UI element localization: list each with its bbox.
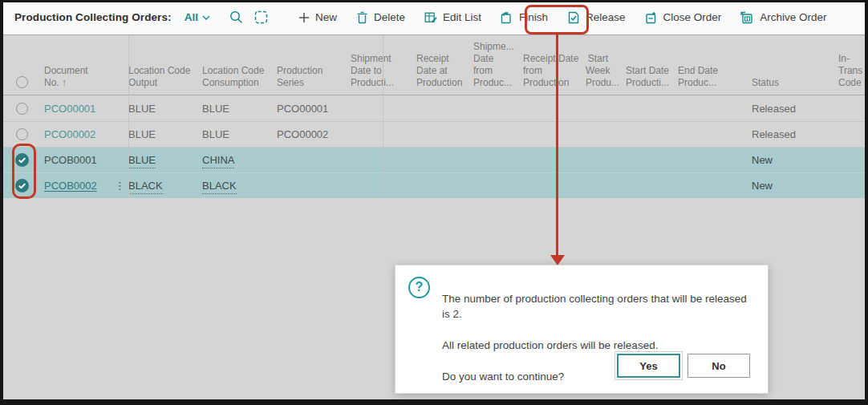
freeze-pane-divider <box>128 35 129 198</box>
column-header-status[interactable]: Status <box>738 77 830 95</box>
analysis-mode-button[interactable] <box>254 10 268 24</box>
location-code-consumption-cell[interactable]: CHINA <box>202 153 234 168</box>
view-filter-value: All <box>185 11 198 23</box>
column-header-production-series[interactable]: Production Series <box>277 65 351 95</box>
document-no-link[interactable]: PCO00002 <box>44 128 95 140</box>
production-collecting-orders-page: Production Collecting Orders: All New De… <box>0 0 868 405</box>
no-button[interactable]: No <box>688 354 750 378</box>
column-header-shipment-date-from-production[interactable]: Shipme... Date from Produc... <box>473 41 523 95</box>
production-series-cell: PCO00002 <box>277 122 351 147</box>
table-header-row: Document No. ↑ Location Code Output Loca… <box>0 35 868 95</box>
dialog-message-line-2: All related production orders will be re… <box>442 338 760 354</box>
search-button[interactable] <box>229 10 243 24</box>
finish-button[interactable]: Finish <box>501 11 548 24</box>
release-doc-check-icon <box>567 11 580 24</box>
location-code-output-cell: BLUE <box>128 96 202 121</box>
archive-order-button[interactable]: Archive Order <box>740 11 826 24</box>
new-button[interactable]: New <box>298 11 337 23</box>
column-header-receipt-date-at-production[interactable]: Receipt Date at Production <box>416 53 473 95</box>
release-confirmation-dialog: ? The number of production collecting or… <box>395 265 769 394</box>
yes-button[interactable]: Yes <box>617 354 680 378</box>
row-selected-check-icon[interactable] <box>15 153 29 167</box>
trash-icon <box>356 11 368 24</box>
column-header-location-code-output[interactable]: Location Code Output <box>128 65 202 95</box>
column-divider <box>383 35 383 198</box>
more-options-button[interactable]: More options <box>866 11 868 23</box>
search-icon <box>229 10 243 24</box>
analysis-mode-icon <box>254 10 268 24</box>
plus-icon <box>298 12 310 23</box>
finish-flag-icon <box>501 11 513 24</box>
close-order-button-label: Close Order <box>663 11 722 23</box>
column-header-shipment-date-to-production[interactable]: Shipment Date to Producti... <box>351 53 416 95</box>
delete-button[interactable]: Delete <box>356 11 405 24</box>
document-no-link[interactable]: PCO00001 <box>44 103 95 115</box>
row-selected-check-icon[interactable] <box>15 179 29 192</box>
location-code-consumption-cell: BLUE <box>202 122 277 147</box>
column-header-start-week-production[interactable]: Start Week Produ... <box>586 53 626 95</box>
new-button-label: New <box>315 11 337 23</box>
column-header-start-date-production[interactable]: Start Date Producti... <box>626 65 678 95</box>
edit-list-button-label: Edit List <box>443 11 481 23</box>
row-context-menu-icon[interactable]: ⋮ <box>115 173 125 198</box>
select-all-radio[interactable] <box>16 76 28 88</box>
column-header-document-no[interactable]: Document No. ↑ <box>44 65 128 95</box>
row-select-radio[interactable] <box>16 128 28 140</box>
finish-button-label: Finish <box>519 11 548 23</box>
production-series-cell: PCO00001 <box>277 96 351 121</box>
edit-list-icon <box>424 11 437 24</box>
location-code-output-cell[interactable]: BLUE <box>128 153 156 168</box>
document-no-cell[interactable]: PCOB0001 <box>44 154 97 166</box>
table-row[interactable]: PCO00001 BLUE BLUE PCO00001 Released <box>0 95 868 121</box>
location-code-consumption-cell: BLUE <box>202 96 277 121</box>
column-header-location-code-consumption[interactable]: Location Code Consumption <box>202 65 277 95</box>
action-toolbar: Production Collecting Orders: All New De… <box>0 0 868 35</box>
archive-order-button-label: Archive Order <box>760 11 826 23</box>
delete-button-label: Delete <box>374 11 405 23</box>
status-cell: New <box>738 173 830 198</box>
question-icon: ? <box>408 277 430 298</box>
table-row-selected[interactable]: PCOB0002 ⋮ BLACK BLACK New <box>0 172 868 198</box>
status-cell: Released <box>738 96 830 121</box>
column-header-receipt-date-from-production[interactable]: Receipt Date from Production <box>523 53 586 95</box>
status-cell: Released <box>738 122 830 147</box>
location-code-consumption-cell[interactable]: BLACK <box>202 179 237 194</box>
location-code-output-cell: BLUE <box>128 122 202 147</box>
page-title: Production Collecting Orders: <box>14 11 172 23</box>
close-order-icon <box>645 11 658 24</box>
status-cell: New <box>738 148 830 172</box>
chevron-down-icon <box>202 15 210 20</box>
location-code-output-cell[interactable]: BLACK <box>128 179 163 194</box>
table-row[interactable]: PCO00002 BLUE BLUE PCO00002 Released <box>0 121 868 147</box>
close-order-button[interactable]: Close Order <box>645 11 722 24</box>
release-button[interactable]: Release <box>567 11 626 24</box>
table-row-selected[interactable]: PCOB0001 BLUE CHINA New <box>0 147 868 172</box>
more-options-label: More options <box>866 11 868 23</box>
column-header-in-trans-code[interactable]: In-Trans Code <box>830 53 868 95</box>
edit-list-button[interactable]: Edit List <box>424 11 481 24</box>
column-header-end-date-production[interactable]: End Date Produc... <box>678 65 738 95</box>
document-no-link[interactable]: PCOB0002 <box>44 173 97 198</box>
row-select-radio[interactable] <box>16 103 28 115</box>
view-filter-dropdown[interactable]: All <box>185 11 210 23</box>
dialog-message-line-1: The number of production collecting orde… <box>442 291 760 322</box>
archive-order-icon <box>740 11 754 24</box>
release-button-label: Release <box>586 11 626 23</box>
